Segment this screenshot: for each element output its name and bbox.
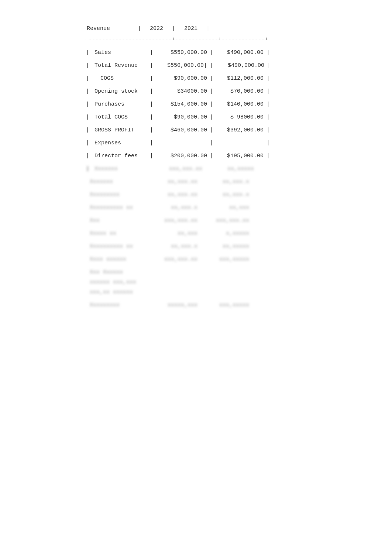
purchases-2022: $154,000.00 xyxy=(154,99,209,109)
pipe-right: | xyxy=(267,86,270,96)
expenses-row: | Expenses | | | xyxy=(85,137,307,150)
cogs-row: | COGS | $90,000.00 | $112,000.00 | xyxy=(85,72,307,85)
header-revenue: Revenue xyxy=(85,24,137,33)
cogs-2021: $112,000.00 xyxy=(214,73,266,83)
gross-profit-row: | GROSS PROFIT | $460,000.00 | $392,000.… xyxy=(85,124,307,137)
total-cogs-2021: $ 98000.00 xyxy=(214,112,266,122)
gross-profit-2022: $460,000.00 xyxy=(154,125,209,135)
blurred-row: Xxxxxxx xx,xxx.xx xx,xxx.x xyxy=(85,175,307,188)
purchases-row: | Purchases | $154,000.00 | $140,000.00 … xyxy=(85,98,307,111)
opening-stock-row: | Opening stock | $34000.00 | $70,000.00… xyxy=(85,85,307,98)
pipe-right: | xyxy=(267,73,270,83)
pipe-right: | xyxy=(267,125,270,135)
pipe-mid: | xyxy=(150,86,153,96)
blurred-row: | Xxxxxxx xxx,xxx.xx xx,xxxxx xyxy=(85,162,307,175)
pipe-left: | xyxy=(86,61,89,71)
pipe-left: | xyxy=(86,48,89,58)
blurred-row: Xxx Xxxxxx xxxxxx xxx,xxx xxx,xx xxxxxx xyxy=(85,266,307,299)
director-fees-row: | Director fees | $200,000.00 | $195,000… xyxy=(85,150,307,162)
pipe-right: | xyxy=(267,138,270,148)
total-revenue-2021: $490,000.00 xyxy=(215,61,267,71)
blurred-row: Xxxxx xx xx,xxx x,xxxxx xyxy=(85,227,307,240)
financial-table: Revenue | 2022 | 2021 | +---------------… xyxy=(85,22,307,312)
total-revenue-label: Total Revenue xyxy=(90,61,149,71)
pipe-right: | xyxy=(267,61,271,71)
cogs-2022: $90,000.00 xyxy=(154,73,209,83)
pipe-mid2: | xyxy=(210,86,213,96)
header-pipe3: | xyxy=(206,24,210,33)
director-fees-2021: $195,000.00 xyxy=(214,151,266,161)
expenses-label: Expenses xyxy=(90,138,149,148)
gross-profit-2021: $392,000.00 xyxy=(214,125,266,135)
blurred-row: Xxxxxxxxx xxxxx,xxx xxx,xxxxx xyxy=(85,299,307,312)
header-year-2022: 2022 xyxy=(142,24,171,33)
opening-stock-label: Opening stock xyxy=(90,86,149,96)
sales-label: Sales xyxy=(90,48,149,58)
pipe-left: | xyxy=(86,151,89,161)
pipe-right: | xyxy=(267,112,270,122)
opening-stock-2022: $34000.00 xyxy=(154,86,209,96)
header-year-2021: 2021 xyxy=(176,24,206,33)
sales-2021: $490,000.00 xyxy=(214,48,266,58)
pipe-mid2: | xyxy=(210,138,213,148)
cogs-label: COGS xyxy=(90,73,149,83)
blurred-row: Xxx xxx,xxx.xx xxx,xxx.xx xyxy=(85,214,307,227)
pipe-left: | xyxy=(86,125,89,135)
blurred-section: | Xxxxxxx xxx,xxx.xx xx,xxxxx Xxxxxxx xx… xyxy=(85,162,307,312)
pipe-mid2: | xyxy=(210,112,213,122)
opening-stock-2021: $70,000.00 xyxy=(214,86,266,96)
pipe-mid2: | xyxy=(210,48,213,58)
pipe-mid: | xyxy=(150,48,153,58)
header-pipe2: | xyxy=(172,24,175,33)
pipe-mid2: | xyxy=(210,99,213,109)
blurred-row: Xxxxxxxxxx xx xx,xxx.x xx,xxxxx xyxy=(85,240,307,253)
pipe-mid2: | xyxy=(210,151,213,161)
total-revenue-row: | Total Revenue | $550,000.00| | $490,00… xyxy=(85,59,307,72)
total-revenue-2022: $550,000.00| xyxy=(154,61,209,71)
header-pipe1: | xyxy=(138,24,141,33)
total-cogs-row: | Total COGS | $90,000.00 | $ 98000.00 | xyxy=(85,111,307,124)
pipe-right: | xyxy=(267,48,270,58)
pipe-mid: | xyxy=(150,151,153,161)
pipe-left: | xyxy=(86,99,89,109)
pipe-mid: | xyxy=(150,99,153,109)
gross-profit-label: GROSS PROFIT xyxy=(90,125,149,135)
pipe-left: | xyxy=(86,138,89,148)
sales-row: | Sales | $550,000.00 | $490,000.00 | xyxy=(85,46,307,59)
pipe-left: | xyxy=(86,86,89,96)
blurred-row: Xxxx xxxxxx xxx,xxx.xx xxx,xxxxx xyxy=(85,253,307,266)
header-row: Revenue | 2022 | 2021 | xyxy=(85,22,307,35)
pipe-mid2: | xyxy=(210,61,213,71)
purchases-label: Purchases xyxy=(90,99,149,109)
pipe-mid2: | xyxy=(210,73,213,83)
pipe-mid: | xyxy=(150,73,153,83)
total-cogs-2022: $90,000.00 xyxy=(154,112,209,122)
pipe-mid: | xyxy=(150,61,153,71)
pipe-left: | xyxy=(86,73,89,83)
pipe-mid: | xyxy=(150,112,153,122)
blurred-row: Xxxxxxxxxx xx xx,xxx.x xx,xxx xyxy=(85,201,307,214)
pipe-right: | xyxy=(267,151,270,161)
total-cogs-label: Total COGS xyxy=(90,112,149,122)
pipe-left: | xyxy=(86,112,89,122)
director-fees-label: Director fees xyxy=(90,151,149,161)
blurred-row: Xxxxxxxxx xx,xxx.xx xx,xxx.x xyxy=(85,188,307,201)
pipe-mid2: | xyxy=(210,125,213,135)
pipe-mid: | xyxy=(150,125,153,135)
purchases-2021: $140,000.00 xyxy=(214,99,266,109)
divider-line: +-------------------------+-------------… xyxy=(85,35,307,43)
pipe-right: | xyxy=(267,99,270,109)
director-fees-2022: $200,000.00 xyxy=(154,151,209,161)
pipe-mid: | xyxy=(150,138,153,148)
sales-2022: $550,000.00 xyxy=(154,48,209,58)
